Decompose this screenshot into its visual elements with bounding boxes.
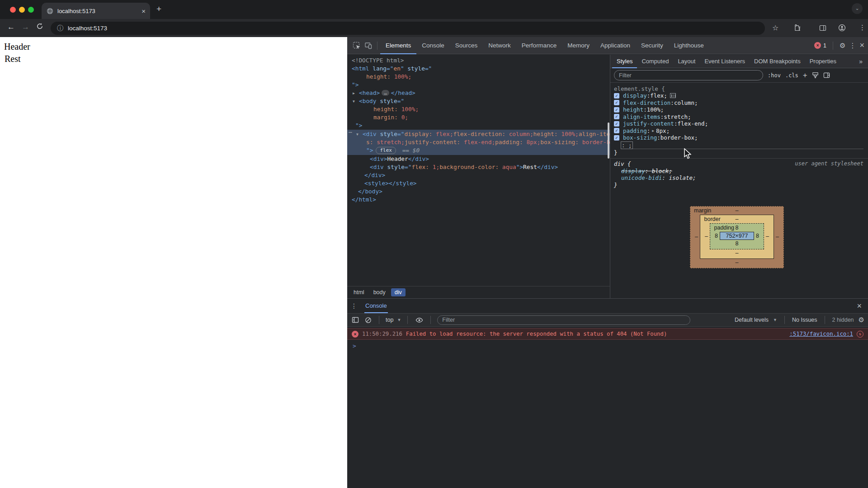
dom-tree-line[interactable]: </html>	[347, 196, 610, 204]
new-style-rule-button[interactable]: +	[803, 71, 807, 80]
css-property-padding[interactable]: ✓padding: ▶8px;	[610, 127, 868, 135]
element-classes-button[interactable]: .cls	[785, 72, 798, 79]
expand-shorthand-icon[interactable]: ▶	[652, 127, 654, 135]
computed-sidebar-toggle-icon[interactable]	[823, 72, 830, 79]
browser-menu-kebab-icon[interactable]: ⋮	[859, 23, 866, 32]
styles-tab-styles[interactable]: Styles	[612, 55, 637, 68]
request-initiator-icon[interactable]: ⇅	[857, 331, 863, 338]
expand-ellipsis-button[interactable]: …	[382, 90, 389, 96]
property-checkbox[interactable]: ✓	[614, 100, 619, 105]
dom-tree-line[interactable]: height: 100%;	[347, 73, 610, 81]
devtools-tab-network[interactable]: Network	[483, 37, 516, 54]
macos-minimize-button[interactable]	[19, 7, 25, 13]
devtools-settings-gear-icon[interactable]: ⚙	[840, 42, 845, 50]
border-left-value[interactable]: –	[703, 233, 710, 239]
property-checkbox[interactable]: ✓	[614, 121, 619, 127]
collapse-arrow-icon[interactable]: ▼	[356, 131, 359, 139]
live-expression-eye-icon[interactable]	[414, 314, 424, 326]
box-model-diagram[interactable]: margin – – border – –	[690, 206, 784, 268]
flex-badge[interactable]: flex	[376, 147, 396, 154]
css-property-display[interactable]: ✓display: flex;	[610, 92, 868, 99]
error-source-link[interactable]: :5173/favicon.ico:1	[789, 331, 853, 337]
console-filter-input[interactable]	[437, 315, 690, 325]
console-settings-gear-icon[interactable]: ⚙	[859, 316, 864, 324]
styles-tab-event-listeners[interactable]: Event Listeners	[700, 55, 750, 68]
javascript-context-selector[interactable]: top	[386, 317, 393, 323]
elements-scrollbar-thumb[interactable]	[608, 122, 609, 159]
devtools-tab-elements[interactable]: Elements	[380, 37, 416, 54]
dom-tree-line[interactable]: <style></style>	[347, 179, 610, 188]
dom-tree-line[interactable]: ▼<div style="display: flex;flex-directio…	[347, 130, 610, 138]
box-model-margin[interactable]: margin – – border – –	[690, 206, 784, 268]
no-issues-label[interactable]: No Issues	[792, 317, 817, 323]
property-checkbox[interactable]: ✓	[614, 128, 619, 133]
border-top-value[interactable]: –	[736, 216, 739, 222]
box-model-padding[interactable]: padding 8 8 752×977 8 8	[710, 223, 764, 249]
border-bottom-value[interactable]: –	[703, 249, 771, 257]
forward-button[interactable]: →	[22, 23, 29, 32]
dom-tree-line[interactable]: <div>Header</div>	[347, 155, 610, 163]
flexbox-editor-icon[interactable]	[670, 93, 676, 98]
box-model-content[interactable]: 752×977	[720, 232, 754, 240]
css-property-box-sizing[interactable]: ✓box-sizing: border-box;	[610, 134, 868, 141]
hidden-messages-count[interactable]: 2 hidden	[832, 317, 854, 323]
reload-button[interactable]	[36, 23, 43, 30]
device-toolbar-icon[interactable]	[363, 40, 374, 52]
devtools-tab-memory[interactable]: Memory	[562, 37, 595, 54]
console-error-row[interactable]: × 11:50:29.216 Failed to load resource: …	[347, 328, 868, 340]
margin-right-value[interactable]: –	[774, 234, 781, 240]
extensions-icon[interactable]	[794, 24, 801, 32]
dom-tree-line[interactable]: margin: 0;	[347, 113, 610, 122]
new-tab-button[interactable]: +	[156, 4, 161, 14]
dom-tree-line[interactable]: ">	[347, 81, 610, 89]
console-sidebar-toggle-icon[interactable]	[351, 314, 360, 326]
margin-bottom-value[interactable]: –	[693, 259, 781, 267]
breadcrumb-body[interactable]: body	[370, 288, 389, 296]
property-checkbox[interactable]: ✓	[614, 93, 619, 99]
dom-tree-line[interactable]: ▼<body style="	[347, 97, 610, 105]
property-checkbox[interactable]: ✓	[614, 135, 619, 141]
dom-tree-selected-node[interactable]: ⋯▼<div style="display: flex;flex-directi…	[347, 130, 610, 155]
box-model-border[interactable]: border – – padding 8	[700, 215, 774, 259]
address-bar[interactable]: ⓘ localhost:5173	[51, 22, 765, 35]
css-property-justify-content[interactable]: ✓justify-content: flex-end;	[610, 120, 868, 127]
styles-tab-layout[interactable]: Layout	[673, 55, 700, 68]
rendering-brush-icon[interactable]	[812, 72, 819, 79]
expand-arrow-icon[interactable]: ▶	[353, 89, 355, 98]
dom-tree-line[interactable]: ">	[347, 122, 610, 130]
dom-tree-line[interactable]: </div>	[347, 171, 610, 179]
breadcrumb-div[interactable]: div	[391, 288, 406, 296]
styles-filter-input[interactable]	[614, 70, 763, 80]
padding-left-value[interactable]: 8	[712, 233, 720, 239]
back-button[interactable]: ←	[7, 23, 15, 32]
property-checkbox[interactable]: ✓	[614, 107, 619, 113]
collapse-arrow-icon[interactable]: ▼	[353, 98, 355, 106]
profile-avatar-icon[interactable]	[838, 24, 846, 32]
margin-left-value[interactable]: –	[693, 234, 700, 240]
breadcrumb-html[interactable]: html	[350, 288, 368, 296]
macos-close-button[interactable]	[10, 7, 16, 13]
more-tabs-chevron-icon[interactable]: »	[859, 58, 866, 65]
border-right-value[interactable]: –	[764, 233, 771, 239]
styles-tab-computed[interactable]: Computed	[637, 55, 673, 68]
devtools-close-icon[interactable]: ×	[859, 41, 864, 50]
site-info-icon[interactable]: ⓘ	[57, 24, 63, 33]
dom-tree-line[interactable]: ">flex == $0	[347, 146, 610, 155]
toggle-element-state-button[interactable]: :hov	[768, 72, 781, 79]
devtools-menu-kebab-icon[interactable]: ⋮	[849, 42, 856, 50]
dom-tree-line[interactable]: s: stretch;justify-content: flex-end;pad…	[347, 138, 610, 146]
drawer-tab-console[interactable]: Console	[364, 299, 388, 313]
property-checkbox[interactable]: ✓	[614, 114, 619, 119]
devtools-tab-console[interactable]: Console	[416, 37, 450, 54]
devtools-tab-application[interactable]: Application	[595, 37, 636, 54]
context-dropdown-arrow-icon[interactable]: ▼	[397, 318, 401, 322]
styles-tab-dom-breakpoints[interactable]: DOM Breakpoints	[750, 55, 805, 68]
dom-tree-line[interactable]: <html lang="en" style="	[347, 65, 610, 73]
ua-rule-selector[interactable]: div {	[614, 160, 631, 167]
bookmark-star-icon[interactable]: ☆	[772, 23, 778, 32]
error-count-badge[interactable]: × 1	[814, 42, 826, 49]
side-panel-icon[interactable]	[819, 24, 826, 32]
element-style-selector[interactable]: element.style {	[610, 85, 868, 92]
clear-console-icon[interactable]	[363, 314, 373, 326]
devtools-tab-performance[interactable]: Performance	[516, 37, 562, 54]
